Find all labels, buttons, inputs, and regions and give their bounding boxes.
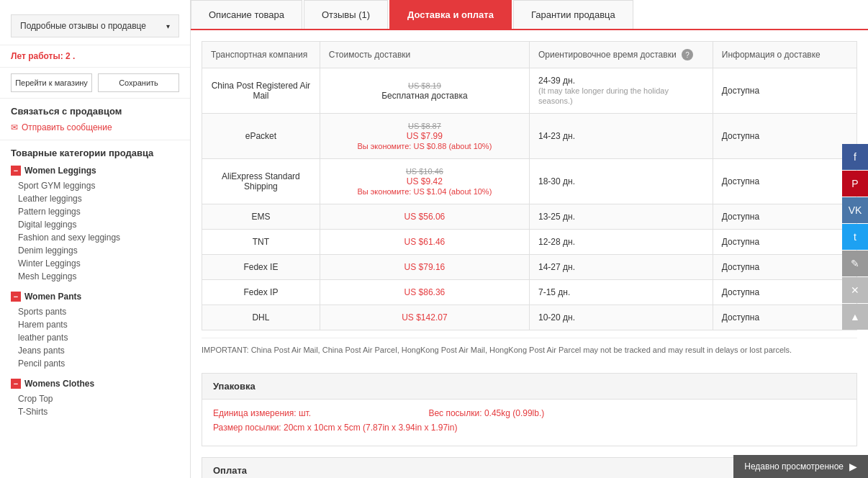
table-row: AliExpress Standard ShippingUS $10.46US …	[202, 159, 857, 204]
cat-item-leather[interactable]: Leather leggings	[18, 192, 179, 205]
facebook-icon: f	[854, 151, 856, 163]
pinterest-icon: P	[851, 178, 858, 189]
cell-price: US $61.46	[320, 230, 529, 255]
table-row: Fedex IPUS $86.367-15 дн.Доступна	[202, 280, 857, 305]
table-row: DHLUS $142.0710-20 дн.Доступна	[202, 305, 857, 330]
categories-section: Товарные категории продавца − Women Legg…	[0, 140, 190, 434]
cell-info: Доступна	[713, 255, 856, 280]
go-to-store-button[interactable]: Перейти к магазину	[11, 73, 92, 92]
seller-reviews-button[interactable]: Подробные отзывы о продавце ▾	[11, 14, 179, 37]
twitter-icon: t	[854, 231, 856, 243]
cell-company: AliExpress Standard Shipping	[202, 159, 320, 204]
packaging-title: Упаковка	[202, 374, 856, 400]
price-new: US $56.06	[404, 212, 446, 222]
price-new: US $9.42	[407, 176, 443, 186]
cell-info: Доступна	[713, 204, 856, 230]
category-pants-header[interactable]: − Women Pants	[11, 292, 179, 302]
price-original: US $8.87	[408, 122, 441, 130]
categories-title: Товарные категории продавца	[11, 148, 179, 158]
cell-price: US $8.87US $7.99Вы экономите: US $0.88 (…	[320, 114, 529, 159]
main-content: Описание товара Отзывы (1) Доставка и оп…	[191, 0, 868, 478]
close-icon: ✕	[851, 284, 859, 296]
recently-viewed-arrow-icon: ▶	[849, 461, 857, 472]
packaging-section: Упаковка Единица измерения: шт. Вес посы…	[202, 373, 857, 446]
cat-item-crop-top[interactable]: Crop Top	[18, 392, 179, 405]
close-social-button[interactable]: ✕	[842, 277, 868, 303]
cell-company: TNT	[202, 230, 320, 255]
collapse-clothes-icon[interactable]: −	[11, 379, 21, 389]
send-message-button[interactable]: ✉ Отправить сообщение	[11, 122, 179, 132]
cat-item-pencil[interactable]: Pencil pants	[18, 357, 179, 370]
cell-time: 18-30 дн.	[529, 159, 713, 204]
twitter-button[interactable]: t	[842, 224, 868, 250]
edit-button[interactable]: ✎	[842, 251, 868, 276]
envelope-icon: ✉	[11, 122, 18, 132]
cell-info: Доступна	[713, 230, 856, 255]
cell-info: Доступна	[713, 68, 856, 114]
packaging-size: Размер посылки: 20cm x 10cm x 5cm (7.87i…	[213, 423, 846, 433]
cell-price: US $56.06	[320, 204, 529, 230]
packaging-unit: Единица измерения: шт. Вес посылки: 0.45…	[213, 408, 846, 418]
cell-company: Fedex IE	[202, 255, 320, 280]
cat-item-leather-pants[interactable]: leather pants	[18, 331, 179, 344]
cat-item-pattern[interactable]: Pattern leggings	[18, 205, 179, 218]
col-company: Транспортная компания	[202, 42, 320, 68]
cat-item-winter[interactable]: Winter Leggings	[18, 257, 179, 270]
vk-button[interactable]: VK	[842, 197, 868, 223]
cell-time: 24-39 дн.(It may take longer during the …	[529, 68, 713, 114]
cat-item-digital[interactable]: Digital leggings	[18, 218, 179, 231]
price-original: US $8.19	[408, 81, 441, 90]
cell-company: DHL	[202, 305, 320, 330]
cat-item-sports-pants[interactable]: Sports pants	[18, 305, 179, 318]
pinterest-button[interactable]: P	[842, 171, 868, 197]
delivery-section: Транспортная компания Стоимость доставки…	[191, 30, 868, 373]
chevron-down-icon: ▾	[166, 22, 170, 30]
cell-info: Доступна	[713, 114, 856, 159]
table-row: Fedex IEUS $79.1614-27 дн.Доступна	[202, 255, 857, 280]
cell-info: Доступна	[713, 159, 856, 204]
scroll-up-button[interactable]: ▲	[842, 304, 868, 330]
cat-item-sport-gym[interactable]: Sport GYM leggings	[18, 179, 179, 192]
category-group-leggings: − Women Leggings Sport GYM leggings Leat…	[11, 166, 179, 283]
time-note: (It may take longer during the holiday s…	[538, 86, 669, 105]
save-store-button[interactable]: Сохранить	[98, 73, 179, 92]
cell-time: 10-20 дн.	[529, 305, 713, 330]
leggings-items: Sport GYM leggings Leather leggings Patt…	[11, 179, 179, 283]
category-clothes-header[interactable]: − Womens Clothes	[11, 379, 179, 389]
price-new: US $142.07	[402, 312, 447, 323]
cell-time: 13-25 дн.	[529, 204, 713, 230]
price-savings: Вы экономите: US $0.88 (about 10%)	[357, 142, 492, 150]
arrow-up-icon: ▲	[850, 311, 860, 323]
contact-title: Связаться с продавцом	[11, 106, 179, 117]
price-savings: Вы экономите: US $1.04 (about 10%)	[357, 187, 492, 196]
cell-time: 14-23 дн.	[529, 114, 713, 159]
cat-item-jeans[interactable]: Jeans pants	[18, 344, 179, 357]
cell-company: China Post Registered Air Mail	[202, 68, 320, 114]
collapse-pants-icon[interactable]: −	[11, 292, 21, 302]
tab-reviews[interactable]: Отзывы (1)	[304, 0, 388, 29]
cat-item-tshirts[interactable]: T-Shirts	[18, 405, 179, 418]
info-icon[interactable]: ?	[682, 49, 693, 60]
col-cost: Стоимость доставки	[320, 42, 529, 68]
vk-icon: VK	[849, 204, 862, 216]
category-leggings-header[interactable]: − Women Leggings	[11, 166, 179, 176]
contact-seller-section: Связаться с продавцом ✉ Отправить сообще…	[0, 99, 190, 140]
recently-viewed-bar[interactable]: Недавно просмотренное ▶	[733, 455, 868, 478]
cat-item-mesh[interactable]: Mesh Leggings	[18, 270, 179, 283]
cell-time: 12-28 дн.	[529, 230, 713, 255]
price-new: US $61.46	[404, 237, 446, 247]
cat-item-fashion-sexy[interactable]: Fashion and sexy leggings	[18, 231, 179, 244]
clothes-items: Crop Top T-Shirts	[11, 392, 179, 418]
tab-description[interactable]: Описание товара	[191, 0, 302, 29]
collapse-leggings-icon[interactable]: −	[11, 166, 21, 176]
cat-item-harem[interactable]: Harem pants	[18, 318, 179, 331]
price-new: US $79.16	[404, 262, 446, 272]
category-group-clothes: − Womens Clothes Crop Top T-Shirts	[11, 379, 179, 418]
price-new: US $7.99	[407, 131, 443, 141]
cat-item-denim[interactable]: Denim leggings	[18, 244, 179, 257]
tab-guarantee[interactable]: Гарантии продавца	[513, 0, 633, 29]
facebook-button[interactable]: f	[842, 144, 868, 170]
tab-delivery[interactable]: Доставка и оплата	[389, 0, 512, 29]
packaging-content: Единица измерения: шт. Вес посылки: 0.45…	[202, 400, 856, 446]
delivery-note: IMPORTANT: China Post Air Mail, China Po…	[202, 338, 857, 362]
